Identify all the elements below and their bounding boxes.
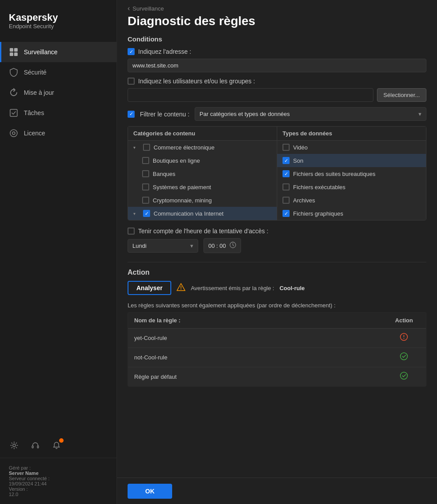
action-section: Action Analyser Avertissement émis par l… xyxy=(128,269,426,295)
cat-checkbox-paiement[interactable] xyxy=(142,183,149,190)
type-item-graphiques[interactable]: Fichiers graphiques xyxy=(277,207,426,220)
cat-item-communication[interactable]: ▾ Communication via Internet xyxy=(128,207,277,220)
cat-label: Communication via Internet xyxy=(154,210,223,217)
sidebar: Kaspersky Endpoint Security Surveillance xyxy=(0,0,117,504)
type-item-archives[interactable]: Archives xyxy=(277,194,426,207)
filter-checkbox[interactable] xyxy=(128,111,135,118)
cat-checkbox-ecommerce[interactable] xyxy=(143,144,150,151)
time-check-row: Tenir compte de l'heure de la tentative … xyxy=(128,228,426,235)
type-item-executables[interactable]: Fichiers exécutables xyxy=(277,180,426,194)
expand-icon: ▾ xyxy=(133,211,139,216)
type-label: Vidéo xyxy=(293,144,308,151)
type-item-son[interactable]: Son xyxy=(277,154,426,167)
back-arrow-icon: ‹ xyxy=(128,4,130,12)
type-checkbox-archives[interactable] xyxy=(283,197,290,204)
cat-label: Boutiques en ligne xyxy=(153,157,200,164)
svg-rect-0 xyxy=(10,48,13,52)
cat-checkbox-banques[interactable] xyxy=(142,170,149,177)
cat-item-paiement[interactable]: Systèmes de paiement xyxy=(128,180,277,194)
divider xyxy=(128,262,426,262)
cat-checkbox-crypto[interactable] xyxy=(142,197,149,204)
type-checkbox-executables[interactable] xyxy=(283,183,290,190)
sidebar-footer-icons xyxy=(0,435,117,458)
sidebar-item-update[interactable]: Mise à jour xyxy=(0,82,117,103)
bell-button[interactable] xyxy=(51,440,62,451)
type-item-bureautique[interactable]: Fichiers des suites bureautiques xyxy=(277,167,426,180)
col-action: Action xyxy=(382,313,426,329)
types-header: Types de données xyxy=(277,127,426,141)
ok-status-icon xyxy=(400,354,408,362)
rule-row-name: Règle par défaut xyxy=(128,367,382,387)
day-select[interactable]: Lundi ▾ xyxy=(128,239,198,253)
cat-label: Cryptomonnaie, mining xyxy=(153,197,212,204)
brand-sub: Endpoint Security xyxy=(9,23,108,30)
type-label: Archives xyxy=(293,197,315,204)
type-item-video[interactable]: Vidéo xyxy=(277,141,426,154)
cat-item-banques[interactable]: Banques xyxy=(128,167,277,180)
users-input[interactable] xyxy=(128,88,373,102)
sidebar-item-license[interactable]: Licence xyxy=(0,123,117,143)
sidebar-item-tasks[interactable]: Tâches xyxy=(0,103,117,123)
sidebar-item-label: Sécurité xyxy=(24,69,46,76)
type-checkbox-bureautique[interactable] xyxy=(283,170,290,177)
ok-status-icon xyxy=(400,373,408,381)
cat-checkbox-communication[interactable] xyxy=(143,210,150,217)
address-checkbox[interactable] xyxy=(128,48,135,55)
rule-row-status xyxy=(382,348,426,367)
day-chevron-icon: ▾ xyxy=(190,243,193,249)
sidebar-item-label: Licence xyxy=(24,130,45,137)
table-row: not-Cool-rule xyxy=(128,348,426,367)
filter-select[interactable]: Par catégories et types de données ▾ xyxy=(195,107,426,121)
dashboard-icon xyxy=(9,47,19,57)
svg-point-13 xyxy=(403,338,404,339)
warning-status-icon xyxy=(400,334,408,343)
version-value: 12.0 xyxy=(9,492,108,497)
shield-icon xyxy=(9,67,19,77)
cat-label: Banques xyxy=(153,171,175,177)
breadcrumb[interactable]: ‹ Surveillance xyxy=(117,0,437,12)
warning-icon xyxy=(177,283,185,293)
type-label: Fichiers des suites bureautiques xyxy=(293,171,375,177)
users-label: Indiquez les utilisateurs et/ou les grou… xyxy=(138,78,255,85)
sidebar-item-security[interactable]: Sécurité xyxy=(0,62,117,82)
type-checkbox-video[interactable] xyxy=(283,144,290,151)
type-checkbox-graphiques[interactable] xyxy=(283,210,290,217)
svg-point-15 xyxy=(400,372,407,379)
svg-point-6 xyxy=(12,132,15,134)
rule-name: Cool-rule xyxy=(279,285,305,291)
ok-button[interactable]: OK xyxy=(128,484,172,499)
sidebar-item-surveillance[interactable]: Surveillance xyxy=(0,42,117,62)
address-input[interactable] xyxy=(128,59,426,72)
sidebar-item-label: Tâches xyxy=(24,109,44,116)
sidebar-item-label: Mise à jour xyxy=(24,89,54,96)
analyser-button[interactable]: Analyser xyxy=(128,281,171,295)
address-label: Indiquez l'adresse : xyxy=(138,48,191,55)
users-checkbox[interactable] xyxy=(128,78,135,85)
type-checkbox-son[interactable] xyxy=(283,157,290,164)
action-title: Action xyxy=(128,269,426,276)
table-row: Règle par défaut xyxy=(128,367,426,387)
page-title: Diagnostic des règles xyxy=(117,12,437,35)
cat-label: Commerce électronique xyxy=(154,144,215,151)
time-input[interactable]: 00 : 00 xyxy=(203,238,241,253)
managed-by-label: Géré par : xyxy=(9,465,108,470)
sidebar-logo: Kaspersky Endpoint Security xyxy=(0,0,117,38)
cat-checkbox-boutiques[interactable] xyxy=(142,157,149,164)
version-label: Version : xyxy=(9,486,108,492)
address-check-row: Indiquez l'adresse : xyxy=(128,48,426,55)
time-checkbox[interactable] xyxy=(128,228,135,235)
time-row: Lundi ▾ 00 : 00 xyxy=(128,238,426,253)
time-value: 00 : 00 xyxy=(208,243,226,249)
cat-item-crypto[interactable]: Cryptomonnaie, mining xyxy=(128,194,277,207)
select-button[interactable]: Sélectionner... xyxy=(377,88,426,102)
categories-header: Catégories de contenu xyxy=(128,127,277,141)
cat-item-ecommerce[interactable]: ▾ Commerce électronique xyxy=(128,141,277,154)
cat-item-boutiques[interactable]: Boutiques en ligne xyxy=(128,154,277,167)
action-row: Analyser Avertissement émis par la règle… xyxy=(128,281,426,295)
headset-button[interactable] xyxy=(30,440,41,451)
server-name: Server Name xyxy=(9,470,108,476)
content-area: Conditions Indiquez l'adresse : Indiquez… xyxy=(117,35,437,504)
gear-button[interactable] xyxy=(9,440,19,451)
cat-label: Systèmes de paiement xyxy=(153,184,211,190)
rule-row-name: yet-Cool-rule xyxy=(128,329,382,348)
